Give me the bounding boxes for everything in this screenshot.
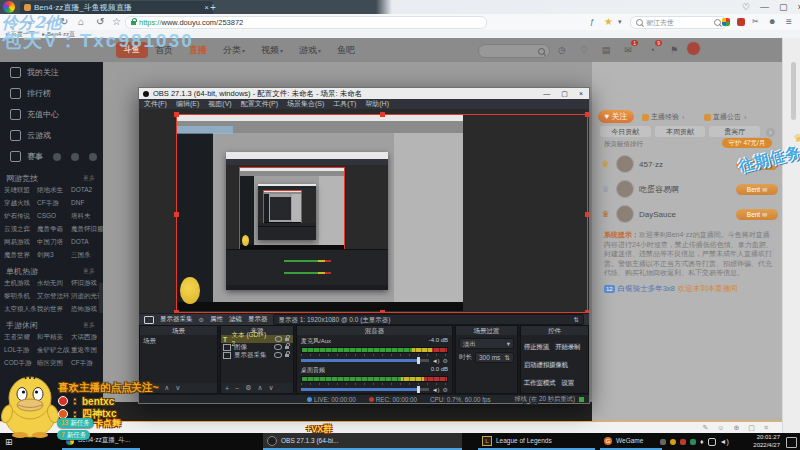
- contribution-tab[interactable]: 贵宾厅: [709, 126, 760, 137]
- category-link[interactable]: 穿越火线: [4, 199, 37, 208]
- avatar[interactable]: [616, 155, 634, 173]
- calendar-icon[interactable]: ◷: [556, 43, 568, 57]
- category-link[interactable]: 大话西游: [71, 333, 103, 342]
- obs-title-bar[interactable]: OBS 27.1.3 (64-bit, windows) - 配置文件: 未命名…: [139, 88, 589, 99]
- obs-menu-item[interactable]: 配置文件(P): [241, 99, 278, 109]
- volume-icon[interactable]: ◄): [720, 438, 729, 445]
- avatar[interactable]: [616, 205, 634, 223]
- maximize-icon[interactable]: ▢: [779, 2, 788, 12]
- speaker-icon[interactable]: ◄): [432, 358, 440, 364]
- nav-games[interactable]: 游戏: [299, 44, 321, 57]
- category-link[interactable]: 魔兽怀旧服: [71, 225, 103, 234]
- download-manager-icon[interactable]: [737, 18, 745, 26]
- task-badge-2[interactable]: 7新任务: [57, 430, 90, 440]
- home-icon[interactable]: ⌂: [78, 16, 84, 28]
- tray-icon-1[interactable]: [660, 439, 666, 445]
- tray-icon-3[interactable]: [680, 439, 686, 445]
- more-link[interactable]: 更多: [83, 174, 95, 183]
- speaker-icon[interactable]: ◄): [432, 387, 440, 393]
- category-link[interactable]: CF手游: [71, 359, 103, 368]
- volume-slider[interactable]: [301, 359, 429, 362]
- task-badge-1[interactable]: 13新任务: [57, 418, 94, 428]
- search-go-icon[interactable]: [714, 19, 721, 26]
- category-link[interactable]: CSGO: [37, 212, 71, 221]
- category-link[interactable]: DOTA: [71, 238, 103, 247]
- live-start-icon[interactable]: ♡: [578, 43, 590, 57]
- tab-close-icon[interactable]: ×: [204, 1, 209, 14]
- nav-yuba[interactable]: 鱼吧: [337, 44, 355, 57]
- category-link[interactable]: CF手游: [37, 199, 71, 208]
- taskbar-app-obs[interactable]: OBS 27.1.3 (64-bi...: [263, 433, 462, 450]
- edit-icon[interactable]: ✎: [702, 424, 708, 432]
- spinner-icon[interactable]: ⇅: [505, 353, 510, 362]
- category-link[interactable]: 网易游戏: [4, 238, 37, 247]
- emoji-icon[interactable]: ☺: [717, 424, 724, 431]
- dropdown-caret-icon[interactable]: ▾: [618, 16, 622, 28]
- scenes-panel-title[interactable]: 场景: [140, 326, 217, 335]
- source-down-button[interactable]: ∨: [269, 384, 274, 392]
- controls-panel-title[interactable]: 控件: [521, 326, 588, 335]
- reader-icon[interactable]: ƒ: [590, 16, 594, 28]
- category-link[interactable]: 重返帝国: [71, 346, 103, 355]
- player-control-bar[interactable]: [103, 402, 592, 421]
- user-icon[interactable]: ☻: [768, 16, 776, 28]
- cut-icon[interactable]: ✂: [752, 16, 759, 28]
- obs-menu-item[interactable]: 视图(V): [208, 99, 231, 109]
- tray-icon-4[interactable]: [690, 439, 696, 445]
- properties-button[interactable]: 属性: [210, 315, 223, 324]
- obs-menu-item[interactable]: 场景集合(S): [287, 99, 324, 109]
- lock-icon[interactable]: [285, 338, 289, 341]
- category-link[interactable]: 暗区突围: [37, 359, 71, 368]
- duration-spinner[interactable]: 300 ms⇅: [475, 352, 514, 363]
- sidebar-item-follows[interactable]: 我的关注: [0, 62, 103, 83]
- message-icon[interactable]: ✉1: [622, 43, 634, 57]
- category-link[interactable]: 魔兽争霸: [37, 225, 71, 234]
- category-link[interactable]: 魔兽世界: [4, 251, 37, 260]
- gift-icon[interactable]: ⊕: [733, 424, 739, 432]
- obs-menu-item[interactable]: 帮助(H): [365, 99, 389, 109]
- gear-icon[interactable]: ⚙: [443, 357, 448, 364]
- more-link[interactable]: 更多: [83, 321, 95, 330]
- transitions-panel-title[interactable]: 场景过渡: [456, 326, 517, 335]
- mic-icon[interactable]: ♦: [700, 438, 704, 445]
- refresh-icon[interactable]: ↻: [60, 16, 68, 28]
- lock-icon[interactable]: [285, 354, 289, 357]
- bookmark-star-icon[interactable]: ☆: [112, 16, 121, 28]
- category-link[interactable]: 王者荣耀: [4, 333, 37, 342]
- live-notice-link[interactable]: 直播公告: [704, 112, 746, 122]
- new-tab-button[interactable]: +: [210, 2, 216, 13]
- wallet-icon[interactable]: ◔9: [646, 43, 658, 57]
- source-selection-box[interactable]: [176, 114, 588, 313]
- category-link[interactable]: 英雄联盟: [4, 186, 37, 195]
- favorites-star-icon[interactable]: ★: [604, 16, 613, 28]
- minimize-icon[interactable]: —: [760, 2, 769, 12]
- category-link[interactable]: 绝地求生: [37, 186, 71, 195]
- sidebar-item-ranking[interactable]: 排行榜: [0, 83, 103, 104]
- browser-search-box[interactable]: 翟江去世: [630, 16, 727, 29]
- category-link[interactable]: 我的世界: [37, 305, 71, 314]
- esports-icon-2[interactable]: [71, 153, 79, 161]
- category-link[interactable]: LOL手游: [4, 346, 37, 355]
- display-select[interactable]: 显示器 1: 1920x1080 @ 0.0 (主显示器)⇅: [273, 314, 584, 325]
- sidebar-item-cloudgame[interactable]: 云游戏: [0, 125, 103, 146]
- taskbar-app-wegame[interactable]: G WeGame: [600, 433, 662, 450]
- spinner-icon[interactable]: ⇅: [574, 315, 579, 324]
- category-link[interactable]: 黎明杀机: [4, 292, 37, 301]
- notification-center-icon[interactable]: [786, 437, 797, 448]
- menu-icon[interactable]: ≡: [786, 16, 792, 28]
- rank-row-2[interactable]: ♛ 吃蛋容易啊 Bent: [600, 177, 778, 201]
- category-link[interactable]: 三国杀: [71, 251, 103, 260]
- category-link[interactable]: 太空狼人杀: [4, 305, 37, 314]
- add-source-button[interactable]: +: [225, 385, 229, 392]
- scene-down-button[interactable]: ∨: [175, 384, 180, 392]
- category-link[interactable]: COD手游: [4, 359, 37, 368]
- scene-item[interactable]: 场景: [140, 335, 217, 348]
- favorite-heart-icon[interactable]: ♡: [742, 2, 750, 12]
- category-link[interactable]: 塔科夫: [71, 212, 103, 221]
- gear-icon[interactable]: ⚙: [443, 386, 448, 393]
- guard-button[interactable]: 守护 47元/月: [722, 138, 772, 148]
- nav-categories[interactable]: 分类: [223, 44, 245, 57]
- filters-button[interactable]: 滤镜: [229, 315, 242, 324]
- mixer-panel-title[interactable]: 混音器: [297, 326, 452, 335]
- contribution-tab[interactable]: 今日贡献: [600, 126, 651, 137]
